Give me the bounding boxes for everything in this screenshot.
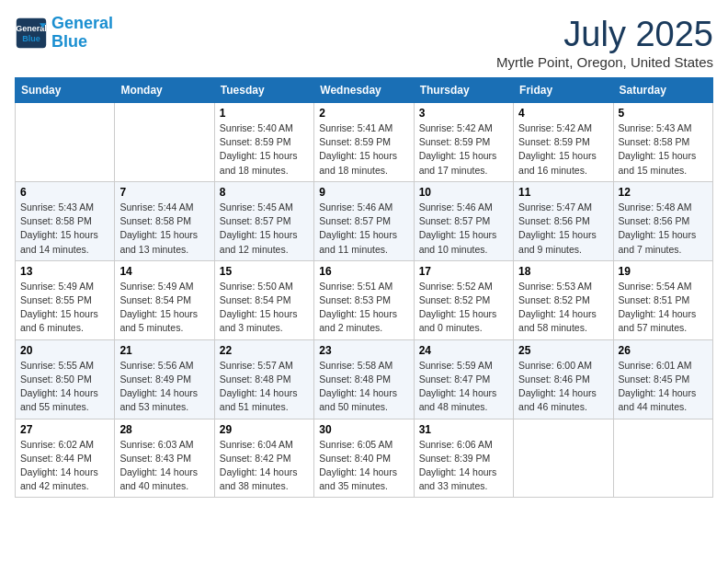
- day-info: Sunrise: 6:03 AM Sunset: 8:43 PM Dayligh…: [119, 438, 209, 494]
- calendar-cell: 15Sunrise: 5:50 AM Sunset: 8:54 PM Dayli…: [214, 260, 313, 339]
- day-info: Sunrise: 6:06 AM Sunset: 8:39 PM Dayligh…: [419, 438, 508, 494]
- day-number: 14: [119, 265, 209, 278]
- day-number: 15: [220, 265, 309, 278]
- day-info: Sunrise: 5:46 AM Sunset: 8:57 PM Dayligh…: [319, 201, 408, 257]
- calendar-header: SundayMondayTuesdayWednesdayThursdayFrid…: [16, 78, 713, 103]
- calendar-cell: [514, 419, 613, 498]
- calendar-cell: 28Sunrise: 6:03 AM Sunset: 8:43 PM Dayli…: [115, 419, 214, 498]
- calendar-subtitle: Myrtle Point, Oregon, United States: [496, 54, 713, 70]
- calendar-cell: 11Sunrise: 5:47 AM Sunset: 8:56 PM Dayli…: [514, 181, 613, 260]
- calendar-cell: [115, 103, 214, 182]
- day-info: Sunrise: 5:48 AM Sunset: 8:56 PM Dayligh…: [619, 201, 708, 257]
- calendar-cell: 13Sunrise: 5:49 AM Sunset: 8:55 PM Dayli…: [16, 260, 115, 339]
- logo-icon: General Blue: [15, 17, 48, 50]
- day-info: Sunrise: 6:05 AM Sunset: 8:40 PM Dayligh…: [319, 438, 408, 494]
- day-number: 22: [220, 344, 309, 357]
- day-info: Sunrise: 5:56 AM Sunset: 8:49 PM Dayligh…: [119, 359, 209, 415]
- day-number: 7: [119, 186, 209, 199]
- logo-text: General Blue: [51, 15, 113, 52]
- day-info: Sunrise: 5:42 AM Sunset: 8:59 PM Dayligh…: [419, 121, 508, 178]
- day-info: Sunrise: 5:58 AM Sunset: 8:48 PM Dayligh…: [319, 359, 408, 415]
- calendar-cell: 14Sunrise: 5:49 AM Sunset: 8:54 PM Dayli…: [115, 260, 214, 339]
- day-number: 8: [220, 186, 309, 199]
- day-info: Sunrise: 5:51 AM Sunset: 8:53 PM Dayligh…: [319, 280, 408, 336]
- day-number: 26: [619, 344, 708, 357]
- day-number: 4: [518, 107, 608, 120]
- day-number: 17: [419, 265, 508, 278]
- week-row-0: 1Sunrise: 5:40 AM Sunset: 8:59 PM Daylig…: [16, 103, 713, 182]
- day-number: 10: [419, 186, 508, 199]
- day-info: Sunrise: 5:53 AM Sunset: 8:52 PM Dayligh…: [518, 280, 608, 336]
- calendar-cell: 24Sunrise: 5:59 AM Sunset: 8:47 PM Dayli…: [414, 339, 513, 419]
- day-number: 27: [20, 423, 109, 436]
- day-number: 16: [319, 265, 408, 278]
- calendar-cell: 12Sunrise: 5:48 AM Sunset: 8:56 PM Dayli…: [613, 181, 712, 260]
- day-number: 11: [518, 186, 608, 199]
- calendar-cell: 10Sunrise: 5:46 AM Sunset: 8:57 PM Dayli…: [414, 181, 513, 260]
- week-row-2: 13Sunrise: 5:49 AM Sunset: 8:55 PM Dayli…: [16, 260, 713, 339]
- day-number: 1: [220, 107, 309, 120]
- day-info: Sunrise: 5:52 AM Sunset: 8:52 PM Dayligh…: [419, 280, 508, 336]
- week-row-1: 6Sunrise: 5:43 AM Sunset: 8:58 PM Daylig…: [16, 181, 713, 260]
- weekday-header-monday: Monday: [115, 78, 214, 103]
- calendar-cell: 20Sunrise: 5:55 AM Sunset: 8:50 PM Dayli…: [16, 339, 115, 419]
- day-number: 30: [319, 423, 408, 436]
- calendar-cell: 7Sunrise: 5:44 AM Sunset: 8:58 PM Daylig…: [115, 181, 214, 260]
- weekday-header-wednesday: Wednesday: [314, 78, 414, 103]
- day-number: 9: [319, 186, 408, 199]
- day-number: 5: [619, 107, 708, 120]
- weekday-header-tuesday: Tuesday: [214, 78, 313, 103]
- calendar-cell: 18Sunrise: 5:53 AM Sunset: 8:52 PM Dayli…: [514, 260, 613, 339]
- day-info: Sunrise: 5:45 AM Sunset: 8:57 PM Dayligh…: [220, 201, 309, 257]
- day-info: Sunrise: 5:55 AM Sunset: 8:50 PM Dayligh…: [20, 359, 109, 415]
- calendar-cell: 31Sunrise: 6:06 AM Sunset: 8:39 PM Dayli…: [414, 419, 513, 498]
- week-row-4: 27Sunrise: 6:02 AM Sunset: 8:44 PM Dayli…: [16, 419, 713, 498]
- day-info: Sunrise: 6:00 AM Sunset: 8:46 PM Dayligh…: [518, 359, 608, 415]
- logo-line2: Blue: [51, 32, 87, 51]
- calendar-cell: 5Sunrise: 5:43 AM Sunset: 8:58 PM Daylig…: [613, 103, 712, 182]
- calendar-cell: [16, 103, 115, 182]
- weekday-header-friday: Friday: [514, 78, 613, 103]
- calendar-cell: 23Sunrise: 5:58 AM Sunset: 8:48 PM Dayli…: [314, 339, 414, 419]
- calendar-cell: 29Sunrise: 6:04 AM Sunset: 8:42 PM Dayli…: [214, 419, 313, 498]
- calendar-cell: 4Sunrise: 5:42 AM Sunset: 8:59 PM Daylig…: [514, 103, 613, 182]
- day-info: Sunrise: 5:50 AM Sunset: 8:54 PM Dayligh…: [220, 280, 309, 336]
- calendar-cell: [613, 419, 712, 498]
- day-info: Sunrise: 5:57 AM Sunset: 8:48 PM Dayligh…: [220, 359, 309, 415]
- day-number: 18: [518, 265, 608, 278]
- day-info: Sunrise: 5:49 AM Sunset: 8:54 PM Dayligh…: [119, 280, 209, 336]
- title-area: July 2025 Myrtle Point, Oregon, United S…: [496, 15, 713, 70]
- day-number: 25: [518, 344, 608, 357]
- calendar-cell: 25Sunrise: 6:00 AM Sunset: 8:46 PM Dayli…: [514, 339, 613, 419]
- day-number: 29: [220, 423, 309, 436]
- day-info: Sunrise: 6:04 AM Sunset: 8:42 PM Dayligh…: [220, 438, 309, 494]
- day-info: Sunrise: 5:42 AM Sunset: 8:59 PM Dayligh…: [518, 121, 608, 178]
- day-info: Sunrise: 5:59 AM Sunset: 8:47 PM Dayligh…: [419, 359, 508, 415]
- day-info: Sunrise: 5:44 AM Sunset: 8:58 PM Dayligh…: [119, 201, 209, 257]
- calendar-body: 1Sunrise: 5:40 AM Sunset: 8:59 PM Daylig…: [16, 103, 713, 498]
- calendar-cell: 26Sunrise: 6:01 AM Sunset: 8:45 PM Dayli…: [613, 339, 712, 419]
- day-number: 23: [319, 344, 408, 357]
- svg-text:Blue: Blue: [22, 34, 40, 43]
- calendar-cell: 17Sunrise: 5:52 AM Sunset: 8:52 PM Dayli…: [414, 260, 513, 339]
- day-number: 6: [20, 186, 109, 199]
- day-number: 24: [419, 344, 508, 357]
- day-number: 3: [419, 107, 508, 120]
- header: General Blue General Blue July 2025 Myrt…: [15, 15, 713, 70]
- calendar-cell: 16Sunrise: 5:51 AM Sunset: 8:53 PM Dayli…: [314, 260, 414, 339]
- logo-line1: General: [51, 14, 113, 32]
- day-number: 12: [619, 186, 708, 199]
- logo: General Blue General Blue: [15, 15, 113, 52]
- weekday-header-saturday: Saturday: [613, 78, 712, 103]
- day-info: Sunrise: 5:41 AM Sunset: 8:59 PM Dayligh…: [319, 121, 408, 178]
- day-info: Sunrise: 6:02 AM Sunset: 8:44 PM Dayligh…: [20, 438, 109, 494]
- day-info: Sunrise: 5:47 AM Sunset: 8:56 PM Dayligh…: [518, 201, 608, 257]
- calendar-cell: 3Sunrise: 5:42 AM Sunset: 8:59 PM Daylig…: [414, 103, 513, 182]
- calendar-cell: 2Sunrise: 5:41 AM Sunset: 8:59 PM Daylig…: [314, 103, 414, 182]
- day-number: 13: [20, 265, 109, 278]
- day-info: Sunrise: 6:01 AM Sunset: 8:45 PM Dayligh…: [619, 359, 708, 415]
- calendar-cell: 9Sunrise: 5:46 AM Sunset: 8:57 PM Daylig…: [314, 181, 414, 260]
- day-info: Sunrise: 5:54 AM Sunset: 8:51 PM Dayligh…: [619, 280, 708, 336]
- calendar-cell: 8Sunrise: 5:45 AM Sunset: 8:57 PM Daylig…: [214, 181, 313, 260]
- calendar-cell: 30Sunrise: 6:05 AM Sunset: 8:40 PM Dayli…: [314, 419, 414, 498]
